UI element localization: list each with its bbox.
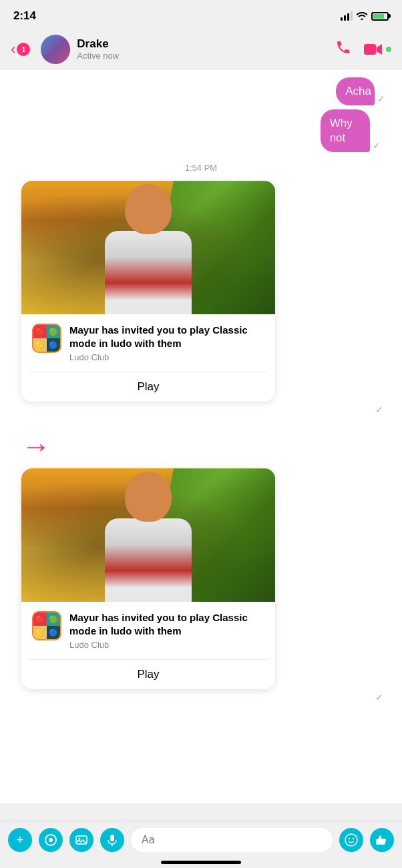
contact-status: Active now — [77, 51, 335, 61]
add-button[interactable]: + — [8, 828, 32, 852]
message-text: Acha — [345, 85, 371, 97]
avatar[interactable] — [41, 35, 70, 64]
sent-message-wrapper: Acha ✓ — [336, 77, 391, 105]
svg-rect-10 — [376, 839, 378, 845]
camera-button[interactable] — [39, 828, 63, 852]
message-row: Acha ✓ — [11, 77, 391, 105]
message-bubble-sent: Acha — [336, 77, 375, 105]
person-figure — [102, 472, 195, 602]
message-bubble-sent: Why not — [321, 109, 370, 152]
svg-point-7 — [345, 834, 357, 846]
game-app-name: Ludo Club — [69, 352, 264, 362]
battery-icon — [371, 12, 389, 21]
status-bar: 2:14 — [0, 0, 402, 29]
like-button[interactable] — [370, 828, 394, 852]
game-card-image — [21, 181, 275, 314]
game-title: Mayur has invited you to play Classic mo… — [69, 611, 264, 637]
phone-icon[interactable] — [335, 39, 351, 59]
timestamp-row: 1:54 PM — [11, 163, 391, 173]
signal-icon — [341, 11, 353, 21]
card-check-icon: ✓ — [375, 404, 383, 415]
message-text: Why not — [330, 117, 353, 144]
card-check-row: ✓ — [11, 692, 383, 704]
ludo-icon: 🔴 🟢 🟡 🔵 — [32, 611, 61, 640]
person-head — [125, 472, 172, 522]
game-card: 🔴 🟢 🟡 🔵 Mayur has invited you to play Cl… — [21, 468, 275, 689]
mic-button[interactable] — [100, 828, 124, 852]
status-time: 2:14 — [13, 9, 36, 23]
chat-header: ‹ 1 Drake Active now — [0, 29, 402, 69]
read-receipt-icon: ✓ — [373, 140, 381, 151]
read-receipt-icon: ✓ — [377, 93, 385, 104]
game-card: 🔴 🟢 🟡 🔵 Mayur has invited you to play Cl… — [21, 181, 275, 402]
play-button[interactable]: Play — [21, 372, 275, 402]
card-check-row: ✓ — [11, 404, 383, 416]
svg-rect-5 — [110, 835, 114, 841]
home-indicator — [161, 861, 241, 864]
arrow-row: → — [11, 430, 391, 463]
svg-point-2 — [49, 838, 53, 842]
game-info: Mayur has invited you to play Classic mo… — [69, 611, 264, 650]
contact-info: Drake Active now — [77, 37, 335, 61]
emoji-button[interactable] — [339, 828, 363, 852]
video-call-button[interactable] — [363, 41, 391, 57]
card-check-icon: ✓ — [375, 692, 383, 703]
header-actions — [335, 39, 391, 59]
person-body — [105, 231, 192, 314]
active-dot — [386, 47, 391, 52]
message-row: Why not ✓ — [11, 109, 391, 152]
arrow-indicator-icon: → — [21, 430, 51, 463]
add-icon: + — [17, 833, 24, 847]
sent-message-wrapper: Why not ✓ — [321, 109, 391, 152]
svg-point-9 — [353, 838, 354, 839]
image-button[interactable] — [69, 828, 93, 852]
message-input[interactable] — [131, 828, 333, 852]
game-card-2-wrapper: → 🔴 🟢 🟡 🔵 — [11, 430, 391, 704]
person-head — [125, 184, 172, 234]
game-app-name: Ludo Club — [69, 640, 264, 650]
wifi-icon — [356, 11, 368, 22]
game-card-content: 🔴 🟢 🟡 🔵 Mayur has invited you to play Cl… — [21, 602, 275, 659]
status-icons — [341, 11, 389, 22]
svg-point-8 — [349, 838, 350, 839]
play-button[interactable]: Play — [21, 660, 275, 689]
game-info: Mayur has invited you to play Classic mo… — [69, 324, 264, 362]
game-card-1: 🔴 🟢 🟡 🔵 Mayur has invited you to play Cl… — [11, 181, 391, 416]
person-body — [105, 518, 192, 602]
ludo-icon: 🔴 🟢 🟡 🔵 — [32, 324, 61, 353]
back-button[interactable]: ‹ 1 — [11, 41, 30, 58]
game-title: Mayur has invited you to play Classic mo… — [69, 324, 264, 350]
game-card-image — [21, 468, 275, 602]
back-chevron-icon: ‹ — [11, 41, 15, 58]
chat-area: Acha ✓ Why not ✓ 1:54 PM — [0, 69, 402, 803]
svg-rect-0 — [364, 44, 376, 55]
back-badge: 1 — [17, 43, 30, 56]
timestamp-label: 1:54 PM — [185, 163, 217, 173]
game-card-content: 🔴 🟢 🟡 🔵 Mayur has invited you to play Cl… — [21, 314, 275, 372]
contact-name: Drake — [77, 37, 335, 51]
person-figure — [102, 184, 195, 314]
